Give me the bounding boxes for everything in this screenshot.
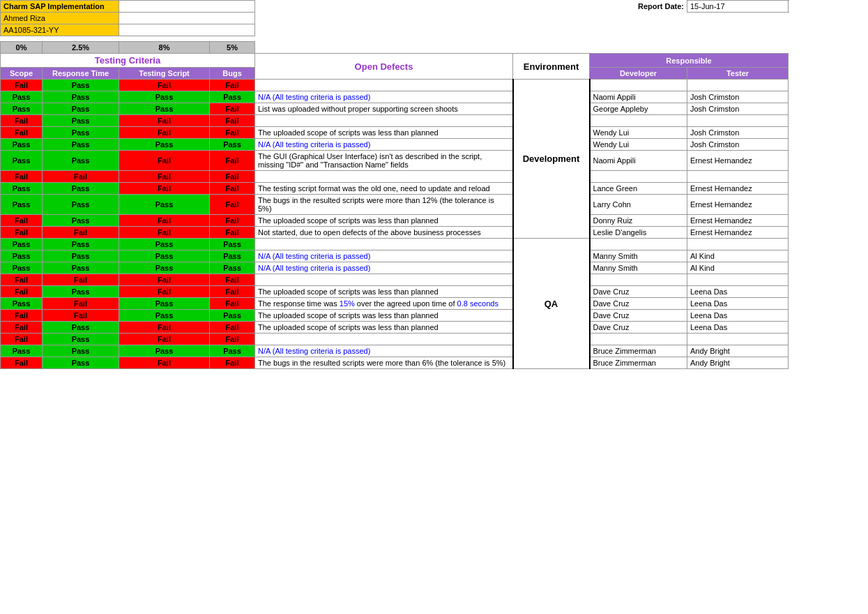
- table-row: Fail Fail Fail Fail: [1, 171, 869, 183]
- table-row: Pass Fail Pass Fail The response time wa…: [1, 298, 869, 310]
- col-response: Response Time: [43, 68, 119, 80]
- table-row: Pass Pass Pass Pass N/A (All testing cri…: [1, 91, 869, 103]
- report-date: 15-Jun-17: [687, 1, 789, 13]
- developer-name: Dave Cruz: [590, 310, 687, 322]
- developer-name: Manny Smith: [590, 262, 687, 274]
- table-row: Fail Pass Fail Fail: [1, 115, 869, 127]
- developer-name: George Appleby: [590, 103, 687, 115]
- defect-text: The uploaded scope of scripts was less t…: [255, 215, 513, 227]
- table-row: Fail Fail Pass Pass The uploaded scope o…: [1, 310, 869, 322]
- developer-name: Dave Cruz: [590, 286, 687, 298]
- tester-name: Ernest Hernandez: [687, 195, 789, 215]
- tester-name: Josh Crimston: [687, 103, 789, 115]
- defect-text: The uploaded scope of scripts was less t…: [255, 322, 513, 334]
- table-row: Pass Pass Pass Pass N/A (All testing cri…: [1, 345, 869, 357]
- col-developer: Developer: [590, 68, 687, 80]
- developer-name: Leslie D'angelis: [590, 227, 687, 239]
- responsible-header: Responsible: [590, 54, 789, 68]
- col-testing-script: Testing Script: [119, 68, 210, 80]
- tester-name: Leena Das: [687, 286, 789, 298]
- tester-name: Andy Bright: [687, 357, 789, 369]
- developer-name: Naomi Appili: [590, 151, 687, 171]
- table-row: Pass Pass Pass Fail List was uploaded wi…: [1, 103, 869, 115]
- pct-bugs: 5%: [210, 42, 255, 54]
- developer-name: Larry Cohn: [590, 195, 687, 215]
- tester-name: Ernest Hernandez: [687, 227, 789, 239]
- tester-name: Josh Crimston: [687, 139, 789, 151]
- table-row: Fail Pass Fail Fail The uploaded scope o…: [1, 127, 869, 139]
- table-row: Pass Pass Pass Pass N/A (All testing cri…: [1, 139, 869, 151]
- tester-name: Josh Crimston: [687, 127, 789, 139]
- defect-text: The response time was 15% over the agree…: [255, 298, 513, 310]
- table-row: Pass Pass Pass Pass QA: [1, 239, 869, 250]
- tester-name: Leena Das: [687, 322, 789, 334]
- table-row: Pass Pass Fail Fail The testing script f…: [1, 183, 869, 195]
- tester-name: Andy Bright: [687, 345, 789, 357]
- defect-text: Not started, due to open defects of the …: [255, 227, 513, 239]
- defect-text: N/A (All testing criteria is passed): [255, 345, 513, 357]
- tester-name: Ernest Hernandez: [687, 183, 789, 195]
- developer-name: Naomi Appili: [590, 91, 687, 103]
- tester-name: Ernest Hernandez: [687, 215, 789, 227]
- table-row: Fail Pass Fail Fail The bugs in the resu…: [1, 357, 869, 369]
- pct-resp: 2.5%: [43, 42, 119, 54]
- tester-name: Al Kind: [687, 262, 789, 274]
- table-row: Fail Pass Fail Fail The uploaded scope o…: [1, 215, 869, 227]
- pct-script: 8%: [119, 42, 210, 54]
- defect-text: The uploaded scope of scripts was less t…: [255, 286, 513, 298]
- defect-text: N/A (All testing criteria is passed): [255, 250, 513, 262]
- tester-name: Leena Das: [687, 310, 789, 322]
- developer-name: Wendy Lui: [590, 127, 687, 139]
- tester-name: Josh Crimston: [687, 91, 789, 103]
- table-row: Pass Pass Pass Fail The bugs in the resu…: [1, 195, 869, 215]
- env-qa: QA: [513, 239, 590, 369]
- tester-name: Ernest Hernandez: [687, 151, 789, 171]
- table-row: Pass Pass Pass Pass N/A (All testing cri…: [1, 250, 869, 262]
- env-development: Development: [513, 80, 590, 239]
- environment-header: Environment: [513, 54, 590, 80]
- defect-text: The uploaded scope of scripts was less t…: [255, 127, 513, 139]
- col-bugs: Bugs: [210, 68, 255, 80]
- project-name: Charm SAP Implementation: [1, 1, 119, 13]
- testing-criteria-header: Testing Criteria: [1, 54, 255, 68]
- defect-text: N/A (All testing criteria is passed): [255, 139, 513, 151]
- table-row: Pass Pass Pass Pass N/A (All testing cri…: [1, 262, 869, 274]
- defect-text: List was uploaded without proper support…: [255, 103, 513, 115]
- table-row: Fail Fail Fail Fail Not started, due to …: [1, 227, 869, 239]
- developer-name: Manny Smith: [590, 250, 687, 262]
- developer-name: Wendy Lui: [590, 139, 687, 151]
- pct-scope: 0%: [1, 42, 43, 54]
- defect-text: The uploaded scope of scripts was less t…: [255, 310, 513, 322]
- developer-name: Lance Green: [590, 183, 687, 195]
- project-code: AA1085-321-YY: [1, 24, 119, 36]
- defect-text: N/A (All testing criteria is passed): [255, 262, 513, 274]
- defect-text: The testing script format was the old on…: [255, 183, 513, 195]
- table-row: Fail Pass Fail Fail The uploaded scope o…: [1, 322, 869, 334]
- manager-name: Ahmed Riza: [1, 13, 119, 24]
- developer-name: Dave Cruz: [590, 322, 687, 334]
- table-row: Fail Pass Fail Fail The uploaded scope o…: [1, 286, 869, 298]
- tester-name: Al Kind: [687, 250, 789, 262]
- table-row: Fail Fail Fail Fail: [1, 274, 869, 286]
- col-scope: Scope: [1, 68, 43, 80]
- developer-name: Dave Cruz: [590, 298, 687, 310]
- table-row: Fail Pass Fail Fail Development: [1, 80, 869, 91]
- open-defects-header: Open Defects: [255, 54, 513, 80]
- defect-text: The bugs in the resulted scripts were mo…: [255, 195, 513, 215]
- developer-name: Bruce Zimmerman: [590, 357, 687, 369]
- defect-text: N/A (All testing criteria is passed): [255, 91, 513, 103]
- table-row: Fail Pass Fail Fail: [1, 334, 869, 345]
- developer-name: Donny Ruiz: [590, 215, 687, 227]
- col-tester: Tester: [687, 68, 789, 80]
- developer-name: Bruce Zimmerman: [590, 345, 687, 357]
- defect-text: The GUI (Graphical User Interface) isn't…: [255, 151, 513, 171]
- defect-text: The bugs in the resulted scripts were mo…: [255, 357, 513, 369]
- report-date-label: Report Date:: [590, 1, 687, 13]
- table-row: Pass Pass Fail Fail The GUI (Graphical U…: [1, 151, 869, 171]
- tester-name: Leena Das: [687, 298, 789, 310]
